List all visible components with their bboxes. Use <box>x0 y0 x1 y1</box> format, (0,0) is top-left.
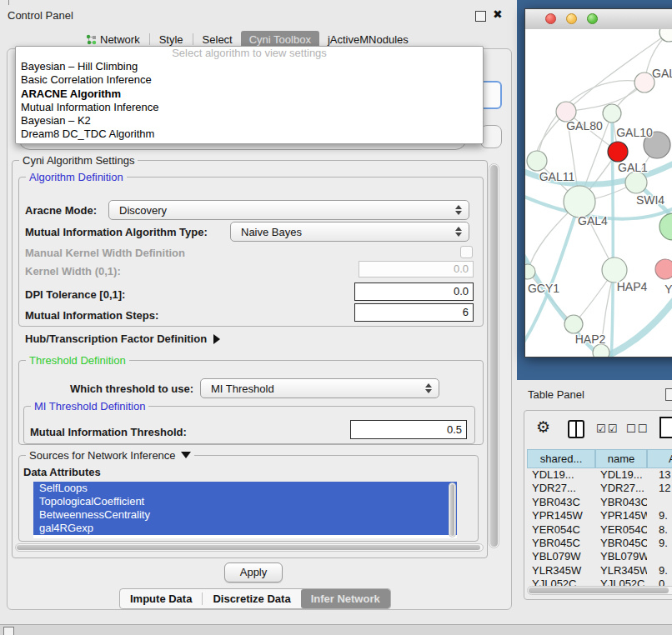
column-header[interactable]: A <box>647 449 672 468</box>
manual-kernel-label: Manual Kernel Width Definition <box>25 247 185 259</box>
manual-kernel-checkbox[interactable] <box>460 246 473 258</box>
columns-icon[interactable] <box>568 420 584 438</box>
dropdown-item[interactable]: Mutual Information Inference <box>16 101 483 114</box>
aracne-mode-label: Aracne Mode: <box>25 204 97 217</box>
dropdown-item[interactable]: Bayesian – K2 <box>16 114 483 128</box>
file-icon[interactable] <box>659 417 672 438</box>
node-label: GCY1 <box>528 282 559 295</box>
dropdown-item[interactable]: Dream8 DC_TDC Algorithm <box>16 128 483 141</box>
column-header[interactable]: name <box>595 449 647 468</box>
network-node[interactable] <box>602 258 627 282</box>
dropdown-item[interactable]: ARACNE Algorithm <box>16 88 483 101</box>
table-cell: YBL079W <box>527 550 595 563</box>
table-panel-body: ⚙ ☑☑ ☐☐ shared...nameAYDL19...YDL19...13… <box>524 410 672 600</box>
table-row[interactable]: YPR145WYPR145W9. <box>527 509 672 522</box>
table-cell: 13 <box>647 468 672 482</box>
node-label: GAL80 <box>566 119 603 132</box>
network-node[interactable] <box>527 151 547 171</box>
dropdown-item[interactable]: Basic Correlation Inference <box>16 73 483 87</box>
table-row[interactable]: YBR045CYBR045C9. <box>527 537 672 550</box>
sources-group-title[interactable]: Sources for Network Inference <box>26 449 194 462</box>
table-cell <box>647 496 672 509</box>
network-node[interactable] <box>625 172 647 193</box>
algorithm-dropdown-popup: Select algorithm to view settings Bayesi… <box>15 46 484 144</box>
network-node[interactable] <box>608 142 628 162</box>
table-cell: YLR345W <box>527 564 595 578</box>
network-node[interactable] <box>564 315 583 333</box>
network-window-titlebar[interactable] <box>525 9 672 30</box>
tab-separator <box>149 33 150 45</box>
expand-arrow-icon[interactable] <box>213 334 220 344</box>
kernel-width-label: Kernel Width (0,1): <box>25 265 121 278</box>
table-panel-title: Table Panel <box>528 388 584 401</box>
node-label: GAL11 <box>539 170 575 183</box>
dropdown-item[interactable]: Bayesian – Hill Climbing <box>16 60 483 73</box>
mac-minimize-icon[interactable] <box>566 13 577 24</box>
close-icon[interactable]: ✖ <box>493 8 503 21</box>
table-cell: YDL19... <box>527 468 595 482</box>
select-all-icon[interactable]: ☑☑ <box>596 422 619 435</box>
network-canvas[interactable]: GALGAL80GAL10GAL1SWI4GAL11GAL4GCY1HAP4YH… <box>525 29 672 357</box>
table-row[interactable]: YER054CYER054C8. <box>527 523 672 537</box>
table-cell: YDR27... <box>595 482 647 495</box>
network-node[interactable] <box>655 259 672 279</box>
settings-horizontal-scrollbar[interactable] <box>15 543 484 552</box>
table-cell: 12 <box>647 482 672 495</box>
kernel-width-field[interactable]: 0.0 <box>359 261 474 278</box>
mac-zoom-icon[interactable] <box>587 13 598 24</box>
mac-close-icon[interactable] <box>545 13 556 24</box>
list-item[interactable]: TopologicalCoefficient <box>33 495 457 508</box>
mi-threshold-label: Mutual Information Threshold: <box>30 426 187 438</box>
list-item[interactable]: BetweennessCentrality <box>33 508 457 522</box>
list-item[interactable]: gal4RGexp <box>33 522 457 535</box>
dpi-tolerance-field[interactable]: 0.0 <box>354 282 474 301</box>
table-row[interactable]: YDL19...YDL19...13 <box>527 468 672 482</box>
table-cell: 9. <box>647 509 672 522</box>
bottom-tab-infer-network[interactable]: Infer Network <box>301 589 390 608</box>
node-table: shared...nameAYDL19...YDL19...13YDR27...… <box>527 449 672 592</box>
float-window-icon[interactable] <box>665 388 672 401</box>
table-row[interactable]: YBR043CYBR043C <box>527 496 672 509</box>
node-label: Y <box>664 282 672 296</box>
which-threshold-label: Which threshold to use: <box>70 382 193 395</box>
dpi-tolerance-label: DPI Tolerance [0,1]: <box>25 288 125 301</box>
table-row[interactable]: YDR27...YDR27...12 <box>527 482 672 495</box>
bottom-tab-discretize-data[interactable]: Discretize Data <box>203 589 300 608</box>
list-item[interactable]: SelfLoops <box>33 482 457 495</box>
tab-label: Cyni Toolbox <box>249 33 311 46</box>
table-cell: YDL19... <box>595 468 647 482</box>
bottom-tab-impute-data[interactable]: Impute Data <box>120 589 202 608</box>
minimized-panel-icon[interactable] <box>3 627 14 635</box>
tab-label: jActiveMNodules <box>328 33 409 46</box>
network-node[interactable] <box>593 344 609 357</box>
control-panel-title: Control Panel <box>8 9 73 22</box>
float-window-icon[interactable] <box>475 11 486 22</box>
column-header[interactable]: shared... <box>527 449 595 468</box>
node-label: GAL4 <box>578 214 608 228</box>
which-threshold-value: MI Threshold <box>201 382 422 395</box>
gear-icon[interactable]: ⚙ <box>536 418 550 437</box>
data-attributes-list[interactable]: SelfLoopsTopologicalCoefficientBetweenne… <box>33 482 457 538</box>
table-row[interactable]: YBL079WYBL079W <box>527 550 672 563</box>
mi-threshold-field[interactable]: 0.5 <box>350 420 467 439</box>
mi-type-combo[interactable]: Naive Bayes <box>230 222 469 242</box>
network-node[interactable] <box>659 29 672 42</box>
table-horizontal-scrollbar[interactable] <box>527 586 672 595</box>
apply-button[interactable]: Apply <box>224 562 283 582</box>
attributes-list-scrollbar[interactable] <box>449 482 456 538</box>
network-node[interactable] <box>659 213 672 240</box>
collapse-arrow-icon[interactable] <box>181 452 191 458</box>
network-node[interactable] <box>603 104 621 122</box>
deselect-all-icon[interactable]: ☐☐ <box>626 422 649 435</box>
network-node[interactable] <box>525 264 535 279</box>
which-threshold-combo[interactable]: MI Threshold <box>200 378 439 398</box>
threshold-definition-title: Threshold Definition <box>26 354 129 367</box>
sources-title-text: Sources for Network Inference <box>29 449 176 462</box>
bottom-dock-strip <box>0 624 672 635</box>
hub-definition-label[interactable]: Hub/Transcription Factor Definition <box>25 332 220 345</box>
mi-steps-field[interactable]: 6 <box>354 303 474 322</box>
settings-vertical-scrollbar[interactable] <box>489 163 499 548</box>
network-node[interactable] <box>564 186 595 218</box>
aracne-mode-combo[interactable]: Discovery <box>108 200 469 220</box>
table-row[interactable]: YLR345WYLR345W9. <box>527 564 672 578</box>
